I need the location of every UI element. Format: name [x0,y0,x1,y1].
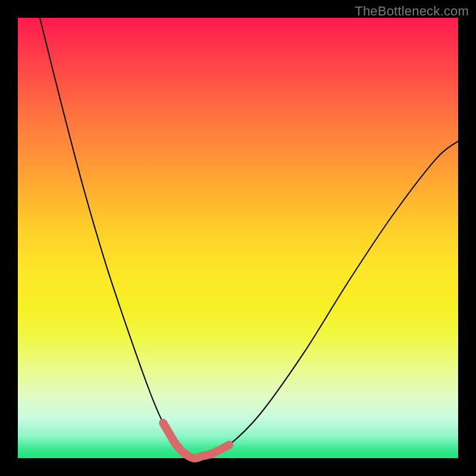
chart-svg [18,18,458,458]
chart-plot-area [18,18,458,458]
attribution-text: TheBottleneck.com [355,4,469,19]
bottleneck-curve-line [40,18,458,458]
min-highlight-line [163,423,229,458]
